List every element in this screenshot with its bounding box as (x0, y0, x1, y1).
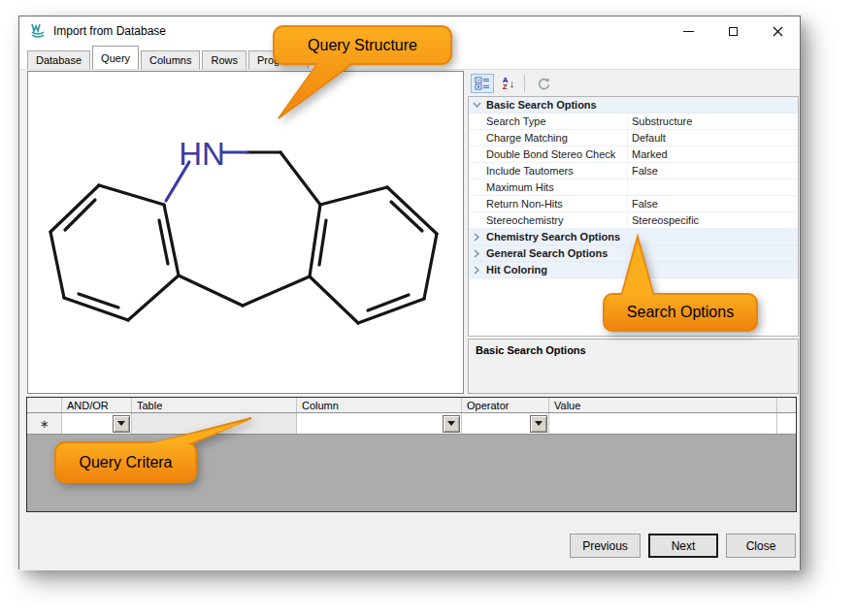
dialog-footer: Previous Next Close (19, 517, 800, 570)
criteria-header-row: AND/OR Table Column Operator Value (27, 398, 796, 413)
dropdown-arrow-icon (535, 421, 543, 426)
property-name: Double Bond Stereo Check (484, 146, 628, 162)
header-and-or[interactable]: AND/OR (62, 398, 132, 412)
maximize-button[interactable] (710, 16, 755, 46)
screenshot-stage: Import from Database Database Query Colu… (0, 0, 856, 616)
property-value[interactable]: False (628, 198, 798, 210)
property-row-search-type[interactable]: Search Type Substructure (469, 113, 798, 130)
tab-query[interactable]: Query (92, 46, 139, 69)
chevron-right-icon[interactable] (469, 233, 484, 242)
property-name: Maximum Hits (484, 179, 628, 195)
property-value[interactable]: Stereospecific (628, 214, 798, 226)
chevron-down-icon[interactable] (469, 101, 484, 109)
category-label: Basic Search Options (484, 97, 597, 113)
previous-button[interactable]: Previous (570, 534, 641, 558)
reset-icon (537, 77, 551, 91)
az-sort-icon: AZ (503, 77, 509, 90)
next-button[interactable]: Next (648, 534, 718, 558)
property-row-include-tautomers[interactable]: Include Tautomers False (469, 163, 798, 179)
dropdown-arrow-icon (447, 421, 455, 426)
property-name: Search Type (484, 113, 628, 129)
row-end-cell (777, 413, 796, 434)
property-row-stereochemistry[interactable]: Stereochemistry Stereospecific (469, 212, 798, 229)
close-dialog-button[interactable]: Close (726, 534, 796, 558)
close-button[interactable] (755, 16, 800, 46)
property-value[interactable]: Substructure (628, 115, 798, 127)
property-description-box: Basic Search Options (468, 339, 799, 394)
property-name: Include Tautomers (484, 163, 628, 178)
property-value[interactable]: False (628, 165, 798, 177)
close-icon (773, 26, 783, 37)
tab-database[interactable]: Database (27, 50, 90, 69)
operator-dropdown-button[interactable] (530, 415, 547, 433)
header-operator[interactable]: Operator (462, 398, 549, 412)
category-label: General Search Options (484, 245, 608, 261)
property-row-charge-matching[interactable]: Charge Matching Default (469, 130, 798, 146)
tab-columns[interactable]: Columns (141, 50, 200, 69)
tab-rows[interactable]: Rows (202, 50, 247, 69)
app-icon (29, 22, 47, 40)
header-table[interactable]: Table (132, 398, 297, 412)
header-column[interactable]: Column (297, 398, 462, 412)
minimize-icon (683, 31, 694, 32)
query-criteria-callout-label: Query Critera (55, 442, 196, 482)
category-basic-search-options[interactable]: Basic Search Options (469, 97, 798, 113)
row-header-column (27, 398, 62, 412)
property-row-double-bond-stereo-check[interactable]: Double Bond Stereo Check Marked (469, 146, 798, 163)
minimize-button[interactable] (666, 16, 710, 46)
chevron-right-icon[interactable] (469, 266, 484, 275)
nh-atom-label: HN (179, 136, 225, 172)
window-title: Import from Database (53, 24, 166, 38)
categorized-view-button[interactable] (471, 74, 494, 93)
reset-button[interactable] (532, 74, 555, 93)
alphabetical-sort-button[interactable]: AZ ↓ (497, 74, 520, 93)
column-cell[interactable] (297, 413, 462, 434)
header-value[interactable]: Value (549, 398, 777, 412)
property-name: Stereochemistry (484, 212, 628, 228)
property-name: Return Non-Hits (484, 196, 628, 211)
property-row-return-non-hits[interactable]: Return Non-Hits False (469, 196, 798, 212)
operator-cell[interactable] (462, 413, 549, 434)
category-label: Hit Coloring (484, 262, 547, 277)
value-cell[interactable] (549, 413, 777, 434)
property-value[interactable]: Default (628, 132, 798, 144)
maximize-icon (729, 27, 738, 36)
categorized-icon (475, 77, 490, 90)
column-dropdown-button[interactable] (443, 415, 460, 433)
toolbar-separator (524, 75, 525, 92)
property-description-title: Basic Search Options (476, 344, 586, 356)
property-row-maximum-hits[interactable]: Maximum Hits (469, 179, 798, 196)
property-value[interactable]: Marked (628, 148, 798, 160)
chevron-right-icon[interactable] (469, 249, 484, 258)
property-name: Charge Matching (484, 130, 628, 146)
query-structure-callout-label: Query Structure (274, 26, 451, 64)
property-grid-toolbar: AZ ↓ (468, 71, 799, 96)
search-options-callout-label: Search Options (604, 294, 757, 331)
window-controls (666, 16, 800, 46)
sort-arrow-icon: ↓ (510, 78, 515, 89)
header-spacer (777, 398, 796, 412)
